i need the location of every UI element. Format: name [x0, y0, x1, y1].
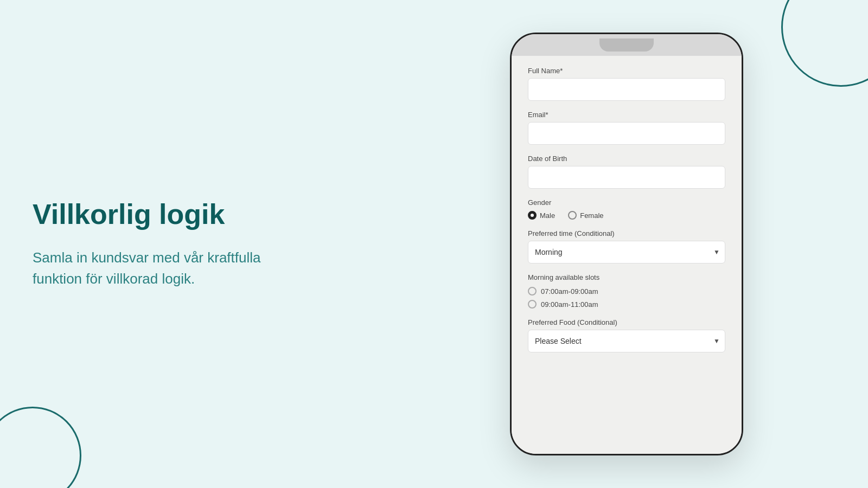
- preferred-time-label: Preferred time (Conditional): [528, 229, 725, 237]
- dob-group: Date of Birth: [528, 155, 725, 189]
- full-name-group: Full Name*: [528, 67, 725, 101]
- slot-7-9-radio[interactable]: [528, 287, 537, 296]
- preferred-food-select-wrapper: Please Select Vegetarian Non-Vegetarian …: [528, 330, 725, 352]
- slot-7-9-label: 07:00am-09:00am: [541, 287, 598, 296]
- gender-female-radio[interactable]: [568, 211, 577, 220]
- full-name-input[interactable]: [528, 78, 725, 101]
- slot-9-11-option[interactable]: 09:00am-11:00am: [528, 300, 725, 309]
- sub-text-line1: Samla in kundsvar med vår kraftfulla: [33, 249, 261, 266]
- preferred-time-select-wrapper: Morning Afternoon Evening ▼: [528, 241, 725, 264]
- email-input[interactable]: [528, 122, 725, 145]
- gender-label: Gender: [528, 198, 725, 207]
- decorative-circle-bottom-left: [0, 407, 81, 488]
- decorative-circle-top-right: [781, 0, 868, 87]
- main-heading: Villkorlig logik: [33, 198, 261, 231]
- left-panel: Villkorlig logik Samla in kundsvar med v…: [33, 198, 261, 290]
- preferred-food-select[interactable]: Please Select Vegetarian Non-Vegetarian …: [528, 330, 725, 352]
- gender-group: Gender Male Female: [528, 198, 725, 220]
- form-scroll-area[interactable]: Full Name* Email* Date of Birth Gender M…: [512, 56, 742, 454]
- gender-female-label: Female: [580, 211, 603, 220]
- gender-male-label: Male: [540, 211, 555, 220]
- sub-text: Samla in kundsvar med vår kraftfulla fun…: [33, 247, 261, 290]
- gender-male-radio[interactable]: [528, 211, 537, 220]
- sub-text-line2: funktion för villkorad logik.: [33, 271, 195, 287]
- gender-options: Male Female: [528, 211, 725, 220]
- phone-notch: [599, 38, 654, 52]
- email-group: Email*: [528, 111, 725, 145]
- slot-7-9-option[interactable]: 07:00am-09:00am: [528, 287, 725, 296]
- preferred-time-select[interactable]: Morning Afternoon Evening: [528, 241, 725, 264]
- gender-female-option[interactable]: Female: [568, 211, 603, 220]
- dob-label: Date of Birth: [528, 155, 725, 163]
- dob-input[interactable]: [528, 166, 725, 189]
- phone-mockup: Full Name* Email* Date of Birth Gender M…: [510, 33, 743, 455]
- preferred-food-group: Preferred Food (Conditional) Please Sele…: [528, 318, 725, 352]
- morning-slots-label: Morning available slots: [528, 273, 725, 281]
- slot-9-11-label: 09:00am-11:00am: [541, 300, 598, 309]
- phone-top-bar: [512, 34, 742, 56]
- preferred-time-group: Preferred time (Conditional) Morning Aft…: [528, 229, 725, 264]
- slot-9-11-radio[interactable]: [528, 300, 537, 309]
- email-label: Email*: [528, 111, 725, 119]
- gender-male-option[interactable]: Male: [528, 211, 555, 220]
- full-name-label: Full Name*: [528, 67, 725, 75]
- morning-slots-group: Morning available slots 07:00am-09:00am …: [528, 273, 725, 309]
- preferred-food-label: Preferred Food (Conditional): [528, 318, 725, 326]
